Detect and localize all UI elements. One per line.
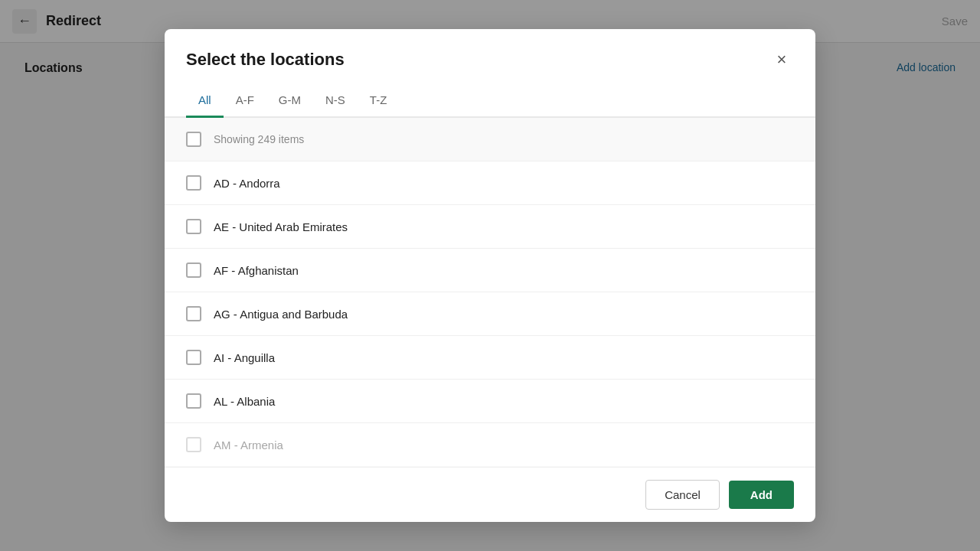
tabs-container: All A-F G-M N-S T-Z bbox=[165, 84, 815, 118]
tab-gm[interactable]: G-M bbox=[266, 84, 313, 118]
item-label-ai: AI - Anguilla bbox=[214, 351, 275, 364]
select-all-checkbox[interactable] bbox=[186, 132, 201, 147]
checkbox-ad[interactable] bbox=[186, 175, 201, 191]
tab-af[interactable]: A-F bbox=[224, 84, 266, 118]
list-item[interactable]: AD - Andorra bbox=[165, 161, 815, 205]
cancel-button[interactable]: Cancel bbox=[645, 480, 720, 510]
dialog-title: Select the locations bbox=[186, 50, 345, 70]
item-label-ad: AD - Andorra bbox=[214, 177, 280, 190]
close-button[interactable]: × bbox=[769, 47, 794, 72]
list-item[interactable]: AF - Afghanistan bbox=[165, 249, 815, 292]
tab-ns[interactable]: N-S bbox=[313, 84, 358, 118]
item-label-am: AM - Armenia bbox=[214, 439, 283, 452]
dialog-header: Select the locations × bbox=[165, 29, 815, 84]
checkbox-ae[interactable] bbox=[186, 219, 201, 234]
item-label-af: AF - Afghanistan bbox=[214, 264, 299, 277]
item-label-ag: AG - Antigua and Barbuda bbox=[214, 308, 348, 321]
item-label-ae: AE - United Arab Emirates bbox=[214, 220, 348, 233]
checkbox-al[interactable] bbox=[186, 393, 201, 409]
list-item[interactable]: AL - Albania bbox=[165, 380, 815, 423]
dialog-footer: Cancel Add bbox=[165, 467, 815, 522]
tab-all[interactable]: All bbox=[186, 84, 224, 118]
list-item[interactable]: AI - Anguilla bbox=[165, 336, 815, 380]
checkbox-af[interactable] bbox=[186, 262, 201, 278]
locations-list[interactable]: Showing 249 items AD - Andorra AE - Unit… bbox=[165, 118, 815, 467]
list-item[interactable]: AG - Antigua and Barbuda bbox=[165, 292, 815, 336]
item-label-al: AL - Albania bbox=[214, 395, 275, 408]
checkbox-am[interactable] bbox=[186, 437, 201, 452]
tab-tz[interactable]: T-Z bbox=[358, 84, 400, 118]
dialog-body: Showing 249 items AD - Andorra AE - Unit… bbox=[165, 118, 815, 467]
list-item[interactable]: AE - United Arab Emirates bbox=[165, 205, 815, 249]
add-button[interactable]: Add bbox=[729, 481, 794, 509]
modal-overlay: Select the locations × All A-F G-M N-S T… bbox=[0, 0, 980, 551]
list-header-row: Showing 249 items bbox=[165, 118, 815, 161]
items-count-label: Showing 249 items bbox=[214, 133, 304, 145]
select-locations-dialog: Select the locations × All A-F G-M N-S T… bbox=[165, 29, 815, 522]
checkbox-ag[interactable] bbox=[186, 306, 201, 321]
list-item[interactable]: AM - Armenia bbox=[165, 423, 815, 467]
checkbox-ai[interactable] bbox=[186, 350, 201, 365]
